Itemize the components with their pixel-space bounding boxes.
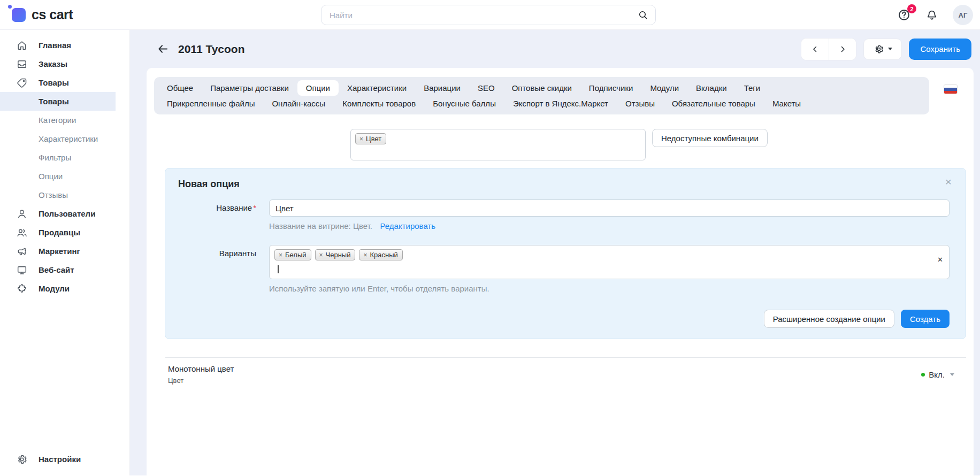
chip-remove-icon[interactable]: × [319, 252, 323, 258]
tab-row-2: Прикрепленные файлы Онлайн-кассы Комплек… [158, 96, 925, 111]
save-button[interactable]: Сохранить [909, 39, 971, 60]
sidebar-item-users[interactable]: Пользователи [0, 204, 129, 223]
sidebar-item-products[interactable]: Товары [0, 73, 129, 92]
topbar: cs cart 2 [0, 0, 980, 30]
tab-layouts[interactable]: Макеты [764, 96, 809, 111]
variants-label: Варианты [178, 245, 269, 293]
chip-remove-icon[interactable]: × [279, 252, 282, 258]
sidebar-item-label: Маркетинг [39, 247, 80, 256]
product-tabs: Общее Параметры доставки Опции Характери… [154, 77, 929, 114]
tab-subscribers[interactable]: Подписчики [580, 80, 642, 96]
notifications-button[interactable] [925, 9, 938, 21]
gear-icon [874, 44, 884, 55]
sidebar-item-home[interactable]: Главная [0, 36, 129, 55]
option-tags-input[interactable]: × Цвет [350, 129, 646, 160]
sidebar-item-label: Товары [39, 78, 69, 87]
variants-form-row: Варианты × Белый × [178, 245, 950, 293]
tab-seo[interactable]: SEO [469, 80, 503, 96]
sidebar-subitem-features[interactable]: Характеристики [0, 129, 116, 148]
sidebar-item-vendors[interactable]: Продавцы [0, 223, 129, 242]
logo-icon [12, 8, 26, 22]
option-row-text: Монотонный цвет Цвет [168, 364, 234, 385]
sidebar-item-marketing[interactable]: Маркетинг [0, 242, 129, 260]
storefront-hint-row: Название на витрине: Цвет. Редактировать [178, 221, 950, 231]
cs-cart-logo[interactable]: cs cart [12, 7, 73, 22]
sidebar-subitem-products[interactable]: Товары [0, 92, 116, 111]
option-row-name[interactable]: Монотонный цвет [168, 364, 234, 373]
search-icon[interactable] [638, 10, 648, 20]
sidebar-item-orders[interactable]: Заказы [0, 55, 129, 73]
sidebar-item-addons[interactable]: Модули [0, 279, 129, 298]
notification-badge: 2 [907, 4, 916, 13]
page-header: 2011 Tycoon [130, 30, 980, 68]
sidebar-item-label: Веб-сайт [39, 265, 74, 274]
sidebar-subitem-label: Категории [39, 116, 76, 125]
close-icon[interactable]: × [945, 176, 952, 187]
panel-title: Новая опция [178, 179, 950, 190]
chip-remove-icon[interactable]: × [363, 252, 367, 258]
unavailable-combinations-button[interactable]: Недоступные комбинации [652, 129, 768, 147]
chevron-right-icon [838, 44, 847, 54]
required-asterisk: * [253, 203, 256, 212]
create-button[interactable]: Создать [901, 310, 950, 328]
sidebar-item-label: Модули [39, 284, 70, 293]
chip-remove-icon[interactable]: × [359, 136, 363, 142]
tab-yandex-market-export[interactable]: Экспорт в Яндекс.Маркет [504, 96, 617, 111]
help-button[interactable]: 2 [897, 8, 911, 22]
tab-row-1: Общее Параметры доставки Опции Характери… [158, 80, 925, 96]
option-row-variants: Цвет [168, 377, 234, 385]
variant-chip: × Белый [274, 249, 311, 260]
chip-label: Черный [326, 251, 351, 259]
tab-required-products[interactable]: Обязательные товары [663, 96, 764, 111]
user-icon [16, 208, 28, 220]
tab-addons[interactable]: Модули [641, 80, 687, 96]
megaphone-icon [16, 245, 28, 257]
tab-product-bundles[interactable]: Комплекты товаров [334, 96, 424, 111]
russia-flag-icon[interactable] [944, 85, 958, 94]
sidebar-item-settings[interactable]: Настройки [0, 450, 129, 469]
next-product-button[interactable] [829, 39, 856, 60]
back-arrow-icon [157, 43, 169, 55]
monitor-icon [16, 264, 28, 276]
avatar[interactable]: АГ [953, 5, 973, 25]
back-button[interactable] [157, 43, 169, 55]
puzzle-icon [16, 283, 28, 295]
orders-icon [16, 58, 28, 70]
sidebar-subitem-label: Отзывы [39, 190, 68, 199]
option-name-input[interactable] [269, 199, 950, 217]
tab-reward-points[interactable]: Бонусные баллы [424, 96, 504, 111]
tab-shipping[interactable]: Параметры доставки [202, 80, 297, 96]
sidebar-subitem-categories[interactable]: Категории [0, 111, 116, 129]
tab-reviews[interactable]: Отзывы [617, 96, 663, 111]
tag-icon [16, 77, 28, 89]
search-input[interactable] [328, 10, 638, 20]
tab-features[interactable]: Характеристики [339, 80, 415, 96]
new-option-panel: Новая опция × Название* Название н [165, 168, 966, 339]
tab-tags[interactable]: Теги [736, 80, 769, 96]
edit-link[interactable]: Редактировать [380, 221, 435, 231]
tab-wholesale-discounts[interactable]: Оптовые скидки [503, 80, 580, 96]
tab-general[interactable]: Общее [158, 80, 202, 96]
tab-online-registers[interactable]: Онлайн-кассы [263, 96, 334, 111]
advanced-create-button[interactable]: Расширенное создание опции [764, 310, 894, 328]
prev-product-button[interactable] [801, 39, 829, 60]
main-area: 2011 Tycoon [130, 30, 980, 475]
variants-input[interactable]: × Белый × Черный × Красн [269, 245, 950, 279]
sidebar-subitem-filters[interactable]: Фильтры [0, 148, 116, 167]
sidebar-subitem-options[interactable]: Опции [0, 167, 116, 186]
name-form-row: Название* [178, 199, 950, 217]
option-list-row[interactable]: Монотонный цвет Цвет Вкл. [154, 358, 974, 385]
variants-hint: Используйте запятую или Enter, чтобы отд… [269, 284, 950, 293]
tab-tabs[interactable]: Вкладки [687, 80, 736, 96]
settings-dropdown-button[interactable] [863, 39, 902, 60]
status-dropdown[interactable]: Вкл. [921, 370, 954, 379]
page-title: 2011 Tycoon [178, 43, 245, 56]
tab-options[interactable]: Опции [297, 80, 339, 96]
chevron-left-icon [810, 44, 820, 54]
sidebar-subitem-reviews[interactable]: Отзывы [0, 186, 116, 204]
tab-attachments[interactable]: Прикрепленные файлы [158, 96, 263, 111]
sidebar-item-website[interactable]: Веб-сайт [0, 260, 129, 279]
variants-clear-icon[interactable]: ✕ [937, 256, 943, 263]
tab-variations[interactable]: Вариации [415, 80, 469, 96]
tag-chip: × Цвет [355, 133, 386, 144]
